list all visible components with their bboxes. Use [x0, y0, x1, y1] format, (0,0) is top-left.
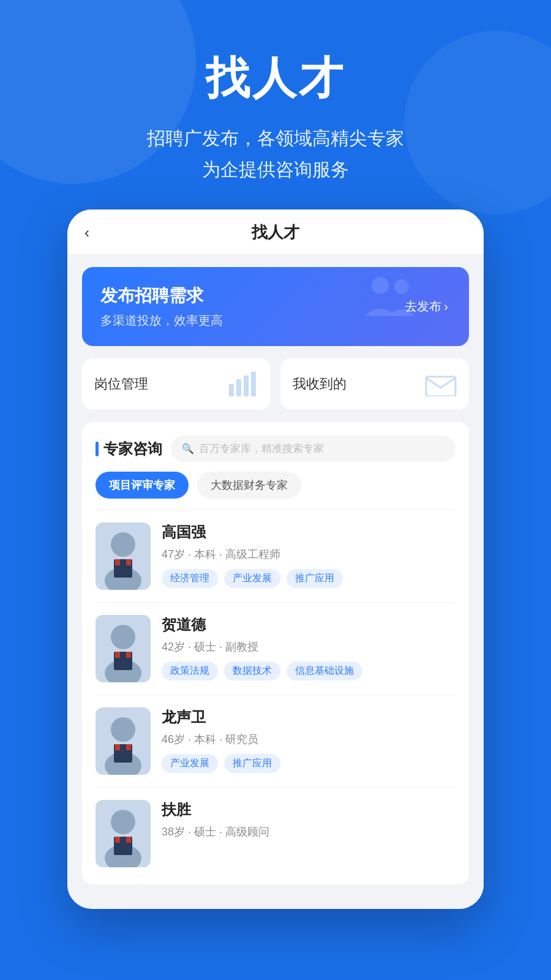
expert-card-2[interactable]: 龙声卫 46岁 · 本科 · 研究员 产业发展 推广应用 [96, 695, 455, 787]
tag-1-0: 政策法规 [162, 662, 218, 680]
quick-item-jobs-label: 岗位管理 [94, 375, 148, 393]
banner-text: 发布招聘需求 多渠道投放，效率更高 [100, 284, 223, 329]
svg-rect-24 [126, 744, 131, 750]
expert-section: 专家咨询 🔍 百万专家库，精准搜索专家 项目评审专家 大数据财务专家 [82, 422, 469, 884]
svg-point-14 [111, 625, 135, 649]
svg-rect-5 [251, 372, 256, 396]
hero-title: 找人才 [0, 49, 551, 108]
expert-name-3: 扶胜 [162, 800, 455, 820]
svg-rect-30 [126, 837, 131, 843]
quick-menu: 岗位管理 我收到的 [82, 358, 469, 410]
expert-meta-1: 42岁 · 硕士 · 副教授 [162, 639, 455, 654]
quick-item-received-label: 我收到的 [293, 375, 347, 393]
phone-content: 发布招聘需求 多渠道投放，效率更高 去发布 › [67, 255, 484, 897]
filter-tabs: 项目评审专家 大数据财务专家 [96, 472, 455, 499]
quick-item-jobs[interactable]: 岗位管理 [82, 358, 271, 410]
svg-rect-11 [115, 559, 120, 565]
expert-card-1[interactable]: 贺道德 42岁 · 硕士 · 副教授 政策法规 数据技术 信息基础设施 [96, 602, 455, 695]
expert-meta-3: 38岁 · 硕士 · 高级顾问 [162, 824, 455, 839]
phone-topbar: ‹ 找人才 [67, 209, 484, 255]
expert-name-2: 龙声卫 [162, 707, 455, 727]
expert-info-2: 龙声卫 46岁 · 本科 · 研究员 产业发展 推广应用 [162, 707, 455, 773]
avatar-3 [96, 800, 151, 867]
expert-header: 专家咨询 🔍 百万专家库，精准搜索专家 [96, 435, 455, 462]
expert-tags-0: 经济管理 产业发展 推广应用 [162, 569, 455, 588]
svg-point-20 [111, 717, 135, 742]
svg-point-0 [372, 277, 389, 294]
expert-info-1: 贺道德 42岁 · 硕士 · 副教授 政策法规 数据技术 信息基础设施 [162, 615, 455, 680]
tag-2-0: 产业发展 [162, 754, 218, 773]
banner-subtitle: 多渠道投放，效率更高 [100, 312, 223, 329]
search-icon: 🔍 [182, 443, 194, 454]
svg-rect-3 [236, 379, 241, 396]
expert-meta-0: 47岁 · 本科 · 高级工程师 [162, 547, 455, 562]
expert-meta-2: 46岁 · 本科 · 研究员 [162, 732, 455, 747]
banner-card[interactable]: 发布招聘需求 多渠道投放，效率更高 去发布 › [82, 267, 469, 346]
hero-subtitle: 招聘广发布，各领域高精尖专家 为企提供咨询服务 [0, 123, 551, 185]
svg-rect-23 [115, 744, 120, 750]
back-button[interactable]: ‹ [84, 224, 89, 241]
expert-info-0: 高国强 47岁 · 本科 · 高级工程师 经济管理 产业发展 推广应用 [162, 522, 455, 588]
svg-rect-6 [426, 377, 455, 396]
tag-1-2: 信息基础设施 [287, 662, 362, 680]
quick-item-received[interactable]: 我收到的 [280, 358, 469, 410]
svg-rect-17 [115, 652, 120, 658]
avatar-2 [96, 707, 151, 775]
svg-point-26 [111, 810, 135, 834]
tag-0-2: 推广应用 [287, 569, 343, 588]
hero-section: 找人才 招聘广发布，各领域高精尖专家 为企提供咨询服务 [0, 0, 551, 209]
expert-tags-2: 产业发展 推广应用 [162, 754, 455, 773]
section-title: 专家咨询 [96, 439, 162, 459]
banner-action[interactable]: 去发布 › [405, 298, 451, 315]
svg-rect-18 [126, 652, 131, 658]
expert-search[interactable]: 🔍 百万专家库，精准搜索专家 [171, 435, 455, 462]
svg-point-8 [111, 532, 135, 557]
expert-name-1: 贺道德 [162, 615, 455, 635]
tab-bigdata-finance[interactable]: 大数据财务专家 [197, 472, 301, 499]
svg-rect-12 [126, 559, 131, 565]
tag-2-1: 推广应用 [224, 754, 280, 773]
phone-container: ‹ 找人才 发布招聘需求 多渠道投放，效率更高 [0, 209, 551, 909]
expert-name-0: 高国强 [162, 522, 455, 542]
tag-0-1: 产业发展 [224, 569, 280, 588]
avatar-0 [96, 522, 151, 590]
expert-info-3: 扶胜 38岁 · 硕士 · 高级顾问 [162, 800, 455, 846]
tag-1-1: 数据技术 [224, 662, 280, 680]
svg-rect-29 [115, 837, 120, 843]
tab-project-review[interactable]: 项目评审专家 [96, 472, 189, 499]
svg-point-1 [394, 279, 409, 294]
expert-tags-1: 政策法规 数据技术 信息基础设施 [162, 662, 455, 680]
page-title: 找人才 [252, 222, 299, 243]
banner-title: 发布招聘需求 [100, 284, 223, 307]
expert-card-0[interactable]: 高国强 47岁 · 本科 · 高级工程师 经济管理 产业发展 推广应用 [96, 510, 455, 602]
svg-rect-2 [229, 384, 234, 396]
avatar-1 [96, 615, 151, 682]
expert-card-3[interactable]: 扶胜 38岁 · 硕士 · 高级顾问 [96, 787, 455, 880]
phone-frame: ‹ 找人才 发布招聘需求 多渠道投放，效率更高 [67, 209, 484, 909]
tag-0-0: 经济管理 [162, 569, 218, 588]
svg-rect-4 [244, 375, 249, 396]
search-placeholder-text: 百万专家库，精准搜索专家 [199, 442, 324, 456]
